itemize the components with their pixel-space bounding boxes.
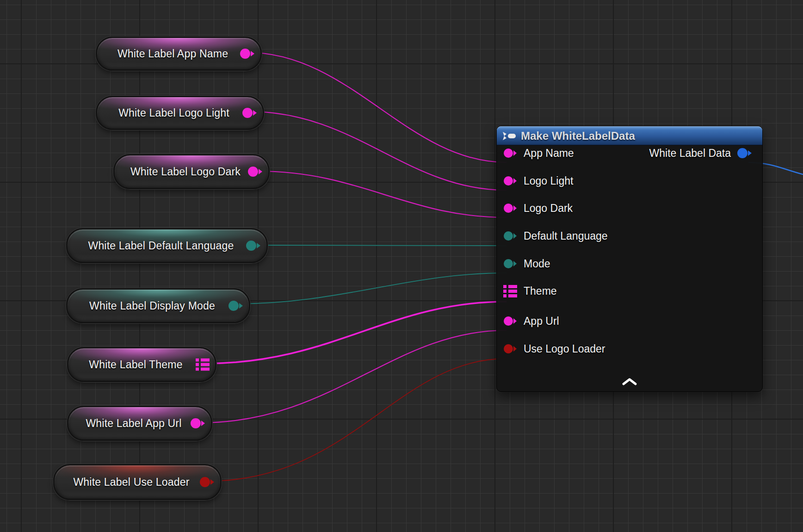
wire-app-name[interactable] xyxy=(246,52,507,162)
variable-node-label: White Label App Url xyxy=(74,417,205,430)
struct-list-pin-icon[interactable] xyxy=(503,285,517,297)
make-whitelabeldata-node[interactable]: Make WhiteLabelData App Name Logo Light xyxy=(496,126,763,392)
variable-node-label: White Label Use Loader xyxy=(61,476,213,489)
enum-output-pin-icon[interactable] xyxy=(229,300,243,311)
output-pin-row-white-label-data: White Label Data xyxy=(649,145,752,161)
wire-logo-dark[interactable] xyxy=(258,171,507,217)
enum-input-pin-icon[interactable] xyxy=(503,259,517,269)
node-title: Make WhiteLabelData xyxy=(521,130,635,142)
input-pin-label: Logo Dark xyxy=(524,202,573,215)
output-pin-label: White Label Data xyxy=(649,147,731,160)
string-input-pin-icon[interactable] xyxy=(503,176,517,186)
struct-list-pin-icon[interactable] xyxy=(196,359,210,371)
variable-node-label: White Label Display Mode xyxy=(77,300,239,312)
input-pin-row-default-language: Default Language xyxy=(503,228,608,244)
enum-output-pin-icon[interactable] xyxy=(246,240,261,251)
string-input-pin-icon[interactable] xyxy=(503,316,517,326)
input-pin-label: Use Logo Loader xyxy=(524,343,605,355)
input-pin-row-app-url: App Url xyxy=(503,313,559,329)
variable-node-white-label-use-loader[interactable]: White Label Use Loader xyxy=(53,464,222,500)
variable-node-white-label-logo-dark[interactable]: White Label Logo Dark xyxy=(113,154,270,189)
bool-input-pin-icon[interactable] xyxy=(503,344,517,354)
wire-use-loader[interactable] xyxy=(207,359,507,481)
input-pin-label: Logo Light xyxy=(524,175,573,187)
input-pin-row-logo-dark: Logo Dark xyxy=(503,200,573,216)
variable-node-label: White Label App Name xyxy=(105,48,252,60)
input-pin-row-logo-light: Logo Light xyxy=(503,173,573,189)
variable-node-white-label-logo-light[interactable]: White Label Logo Light xyxy=(96,96,264,130)
input-pin-label: App Name xyxy=(524,147,574,160)
input-pin-label: Mode xyxy=(524,258,550,270)
variable-node-white-label-app-name[interactable]: White Label App Name xyxy=(96,37,262,71)
input-pin-row-theme: Theme xyxy=(503,283,557,299)
input-pin-row-mode: Mode xyxy=(503,256,550,272)
bool-output-pin-icon[interactable] xyxy=(200,476,215,488)
variable-node-label: White Label Logo Dark xyxy=(118,166,265,178)
collapse-node-button[interactable] xyxy=(618,377,641,387)
variable-node-label: White Label Logo Light xyxy=(106,107,253,119)
make-struct-icon xyxy=(502,131,516,141)
node-header[interactable]: Make WhiteLabelData xyxy=(497,126,762,145)
variable-node-white-label-display-mode[interactable]: White Label Display Mode xyxy=(66,288,250,323)
input-pin-label: Theme xyxy=(524,285,557,297)
wire-display-mode[interactable] xyxy=(234,273,507,304)
variable-node-white-label-default-language[interactable]: White Label Default Language xyxy=(66,228,268,263)
string-output-pin-icon[interactable] xyxy=(191,418,205,429)
string-output-pin-icon[interactable] xyxy=(240,48,255,59)
string-output-pin-icon[interactable] xyxy=(248,166,263,177)
variable-node-white-label-app-url[interactable]: White Label App Url xyxy=(67,406,212,441)
input-pin-label: App Url xyxy=(524,315,559,328)
input-pin-label: Default Language xyxy=(524,230,608,242)
input-pin-row-use-logo-loader: Use Logo Loader xyxy=(503,341,605,357)
wire-default-language[interactable] xyxy=(253,245,507,246)
string-input-pin-icon[interactable] xyxy=(503,148,517,158)
input-pin-row-app-name: App Name xyxy=(503,145,574,161)
variable-node-label: White Label Default Language xyxy=(76,240,258,252)
string-output-pin-icon[interactable] xyxy=(242,107,257,118)
chevron-up-icon xyxy=(621,377,638,386)
blueprint-graph-canvas[interactable]: White Label App Name White Label Logo Li… xyxy=(0,0,803,532)
struct-output-pin-icon[interactable] xyxy=(737,148,752,159)
enum-input-pin-icon[interactable] xyxy=(503,231,517,241)
wire-logo-light[interactable] xyxy=(249,111,507,190)
variable-node-label: White Label Theme xyxy=(77,359,206,371)
string-input-pin-icon[interactable] xyxy=(503,203,517,213)
variable-node-white-label-theme[interactable]: White Label Theme xyxy=(67,347,216,382)
wire-app-url[interactable] xyxy=(200,330,507,423)
